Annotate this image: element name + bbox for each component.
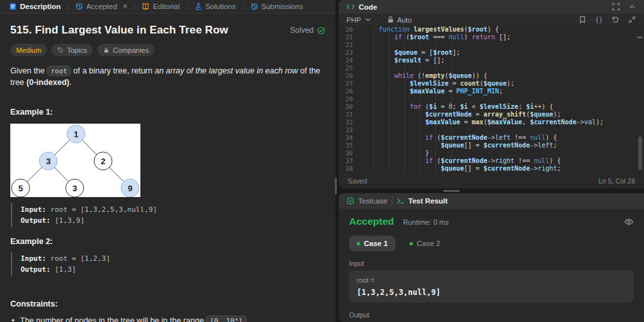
- code-line[interactable]: 25: [339, 64, 644, 72]
- input-value: root = [1,2,3]: [46, 254, 110, 263]
- tree-node-value: 3: [72, 184, 77, 193]
- vertical-resize-handle[interactable]: [335, 178, 337, 194]
- flask-icon: [194, 3, 202, 10]
- difficulty-badge[interactable]: Medium: [10, 44, 47, 56]
- meta-badges: Medium Topics Companies: [10, 44, 325, 56]
- code-editor[interactable]: 20 function largestValues($root) {21 if …: [339, 26, 644, 173]
- output-label: Output:: [21, 265, 50, 274]
- line-number: 26: [339, 72, 363, 80]
- line-number: 27: [339, 80, 363, 88]
- book-icon: [142, 3, 149, 10]
- code-line[interactable]: 24 $result = [];: [339, 57, 644, 64]
- auto-complete-toggle[interactable]: Auto: [386, 15, 412, 24]
- tab-test-result[interactable]: Test Result: [397, 197, 448, 205]
- bookmark-icon[interactable]: [578, 15, 587, 24]
- result-row: Accepted Runtime: 0 ms: [349, 216, 634, 227]
- inline-code-root: root: [47, 66, 71, 76]
- lock-icon: [103, 47, 109, 53]
- code-icon: [346, 3, 355, 11]
- code-line[interactable]: 27 $levelSize = count($queue);: [339, 80, 644, 88]
- code-line[interactable]: 38 $queue[] = $currentNode->right;: [339, 165, 644, 173]
- case-2-button[interactable]: Case 2: [402, 236, 448, 251]
- constraint-item: The number of nodes in the tree will be …: [10, 316, 325, 322]
- code-line[interactable]: 37 if ($currentNode->right !== null) {: [339, 157, 644, 165]
- code-line[interactable]: 28 $maxValue = PHP_INT_MIN;: [339, 88, 644, 95]
- tab-testcase[interactable]: Testcase: [346, 197, 387, 205]
- tree-node-value: 3: [46, 156, 50, 166]
- expand-icon[interactable]: [612, 3, 620, 11]
- history-icon: [75, 3, 83, 10]
- lock-icon: [386, 15, 395, 24]
- editor-status-bar: Saved Ln 5, Col 28: [339, 173, 644, 189]
- overview-ruler-mark: [637, 37, 643, 38]
- line-number: 36: [339, 149, 363, 157]
- language-select[interactable]: PHP: [346, 15, 372, 24]
- line-number: 34: [339, 134, 363, 142]
- code-line[interactable]: 32 $maxValue = max($maxValue, $currentNo…: [339, 118, 644, 126]
- tab-accepted-submission[interactable]: Accepted ×: [73, 3, 130, 10]
- eye-icon[interactable]: [624, 217, 634, 227]
- code-line[interactable]: 31 $currentNode = array_shift($queue);: [339, 111, 644, 118]
- case-1-button[interactable]: Case 1: [349, 236, 395, 251]
- tab-description[interactable]: Description: [6, 3, 63, 10]
- editor-scrollbar[interactable]: [638, 137, 642, 170]
- case-pass-dot: [410, 242, 413, 245]
- constraints-heading: Constraints:: [10, 299, 325, 308]
- code-line[interactable]: 34 if ($currentNode->left !== null) {: [339, 134, 644, 142]
- problem-panel: Description | Accepted × | Editorial | S…: [0, 0, 336, 322]
- code-line[interactable]: 36 }: [339, 149, 644, 157]
- tree-node-value: 1: [73, 129, 78, 139]
- shrink-icon[interactable]: [628, 15, 636, 24]
- topics-badge[interactable]: Topics: [52, 44, 93, 56]
- code-line[interactable]: 23 $queue = [$root];: [339, 49, 644, 57]
- line-number: 25: [339, 64, 363, 72]
- input-value: root = [1,3,2,5,3,null,9]: [46, 205, 157, 214]
- input-box[interactable]: root = [1,3,2,5,3,null,9]: [349, 270, 634, 303]
- code-line[interactable]: 35 $queue[] = $currentNode->left;: [339, 142, 644, 149]
- reset-code-icon[interactable]: [611, 15, 620, 24]
- tab-submissions[interactable]: Submissions: [248, 3, 306, 10]
- code-editor-panel: Code PHP Auto {} 20 function largestValu…: [339, 0, 644, 189]
- case-pass-dot: [357, 242, 360, 245]
- line-number: 21: [339, 33, 363, 41]
- close-icon[interactable]: ×: [123, 3, 128, 10]
- tab-editorial[interactable]: Editorial: [139, 3, 182, 10]
- input-field-value: [1,3,2,5,3,null,9]: [357, 288, 626, 297]
- code-line[interactable]: 30 for ($i = 0; $i < $levelSize; $i++) {: [339, 103, 644, 111]
- input-label: Input:: [21, 254, 46, 263]
- example-2-heading: Example 2:: [10, 237, 325, 246]
- line-number: 29: [339, 95, 363, 103]
- code-line[interactable]: 21 if ($root === null) return [];: [339, 33, 644, 41]
- binary-tree-image: 132539: [10, 124, 140, 197]
- case-tabs: Case 1 Case 2: [349, 236, 634, 251]
- code-line[interactable]: 26 while (!empty($queue)) {: [339, 72, 644, 80]
- check-circle-icon: [317, 26, 325, 35]
- input-section-label: Input: [349, 260, 634, 267]
- output-value: [1,3]: [50, 265, 76, 274]
- input-label: Input:: [21, 205, 46, 214]
- editor-toolbar: PHP Auto {}: [339, 14, 644, 26]
- output-section-label: Output: [349, 311, 634, 319]
- tab-solutions[interactable]: Solutions: [192, 3, 238, 10]
- format-code-icon[interactable]: {}: [595, 16, 603, 23]
- code-line[interactable]: 29: [339, 95, 644, 103]
- tree-node-value: 9: [128, 184, 132, 193]
- horizontal-resize-handle[interactable]: [443, 190, 460, 192]
- line-number: 35: [339, 142, 363, 149]
- test-panel-tabbar: Testcase | Test Result: [339, 193, 644, 209]
- example-1-block: Input: root = [1,3,2,5,3,null,9] Output:…: [11, 203, 325, 227]
- line-number: 23: [339, 49, 363, 57]
- output-label: Output:: [21, 216, 50, 225]
- problem-tabbar: Description | Accepted × | Editorial | S…: [0, 0, 336, 14]
- code-line[interactable]: 20 function largestValues($root) {: [339, 26, 644, 33]
- companies-badge[interactable]: Companies: [97, 44, 155, 56]
- line-number: 20: [339, 26, 363, 33]
- line-number: 37: [339, 157, 363, 165]
- code-line[interactable]: 33: [339, 126, 644, 134]
- line-number: 30: [339, 103, 363, 111]
- tree-node-value: 2: [100, 156, 105, 166]
- collapse-panel-icon[interactable]: [628, 3, 636, 11]
- line-number: 24: [339, 57, 363, 64]
- problem-statement: Given the root of a binary tree, return …: [10, 65, 325, 88]
- code-line[interactable]: 22: [339, 41, 644, 49]
